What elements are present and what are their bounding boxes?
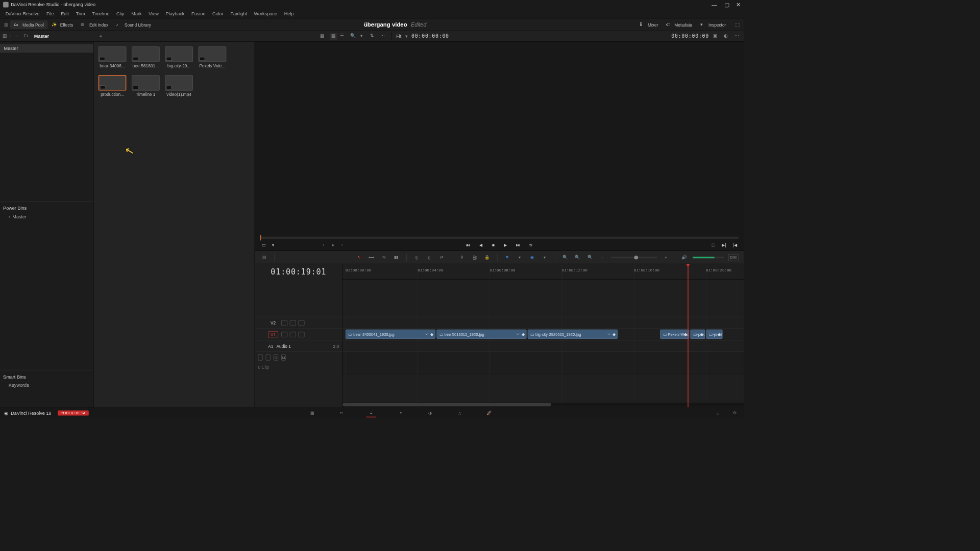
dim-button[interactable]: DIM bbox=[728, 254, 739, 261]
search-dropdown-icon[interactable]: ▾ bbox=[360, 33, 368, 40]
menu-help[interactable]: Help bbox=[281, 11, 297, 17]
menu-file[interactable]: File bbox=[43, 11, 57, 17]
play-button[interactable]: ▶ bbox=[502, 241, 509, 248]
timeline-clip[interactable]: ▭prod...〰◆ bbox=[706, 330, 723, 339]
timeline-ruler[interactable]: 01:00:00:0001:00:04:0001:00:08:0001:00:1… bbox=[342, 264, 744, 280]
viewer-fit-dropdown-icon[interactable]: ▾ bbox=[405, 34, 408, 39]
v1-lock-icon[interactable] bbox=[281, 332, 287, 337]
v2-auto-icon[interactable] bbox=[290, 320, 296, 325]
page-fusion-icon[interactable]: ✦ bbox=[396, 409, 406, 417]
more-icon[interactable]: ⋯ bbox=[380, 33, 387, 40]
page-edit-icon[interactable]: ≡ bbox=[366, 409, 377, 417]
marker-dropdown-icon[interactable]: ▾ bbox=[541, 254, 549, 261]
timeline-scrollbar[interactable] bbox=[342, 403, 744, 407]
stop-button[interactable]: ■ bbox=[489, 241, 497, 248]
menu-view[interactable]: View bbox=[145, 11, 162, 17]
zoom-custom-icon[interactable]: 🔍 bbox=[586, 254, 594, 261]
power-bins-title[interactable]: Power Bins bbox=[3, 204, 90, 213]
menu-davinci[interactable]: DaVinci Resolve bbox=[3, 11, 43, 17]
dynamic-trim-icon[interactable]: ⇆ bbox=[380, 254, 388, 261]
selection-tool-icon[interactable]: ↖ bbox=[355, 254, 363, 261]
a1-solo-button[interactable]: S bbox=[274, 354, 278, 360]
timeline-clip[interactable]: ▭pro...〰◆ bbox=[691, 330, 705, 339]
view-metadata-icon[interactable]: ▦ bbox=[320, 33, 327, 40]
viewer-fit-label[interactable]: Fit bbox=[396, 34, 401, 39]
marker-icon[interactable]: ◉ bbox=[528, 254, 536, 261]
edit-index-button[interactable]: ☰ Edit Index bbox=[77, 20, 112, 29]
smart-bins-keywords[interactable]: Keywords bbox=[3, 381, 90, 390]
page-cut-icon[interactable]: ✂ bbox=[337, 409, 347, 417]
playhead[interactable] bbox=[688, 264, 689, 408]
trim-tool-icon[interactable]: ⟷ bbox=[368, 254, 375, 261]
next-edit-icon[interactable]: › bbox=[338, 241, 346, 248]
overwrite-clip-icon[interactable]: ⎗ bbox=[425, 254, 433, 261]
minimize-button[interactable]: — bbox=[712, 2, 717, 8]
volume-slider[interactable] bbox=[693, 257, 724, 258]
menu-clip[interactable]: Clip bbox=[113, 11, 128, 17]
zoom-in-icon[interactable]: + bbox=[662, 254, 670, 261]
mute-icon[interactable]: 🔊 bbox=[680, 254, 688, 261]
page-deliver-icon[interactable]: 🚀 bbox=[484, 409, 494, 417]
viewer-mode-dropdown-icon[interactable]: ▾ bbox=[270, 241, 277, 248]
view-list-icon[interactable]: ☰ bbox=[340, 33, 347, 40]
menu-fairlight[interactable]: Fairlight bbox=[227, 11, 250, 17]
clip-thumbnail[interactable] bbox=[199, 46, 227, 62]
viewer-mode-icon[interactable]: ▭ bbox=[260, 241, 267, 248]
page-fairlight-icon[interactable]: ♫ bbox=[455, 409, 465, 417]
clip-thumbnail[interactable] bbox=[165, 46, 193, 62]
timeline-clip[interactable]: ▭bee-5618012_1920.jpg〰◆ bbox=[436, 330, 526, 339]
v2-disable-icon[interactable] bbox=[298, 320, 304, 325]
media-pool-button[interactable]: 🗂 Media Pool bbox=[10, 20, 48, 29]
home-icon[interactable]: ⌂ bbox=[713, 409, 723, 417]
clip-thumbnail[interactable] bbox=[99, 75, 127, 90]
timeline-clip[interactable]: ▭bear-3400641_1920.jpg〰◆ bbox=[346, 330, 435, 339]
media-pool-grid[interactable]: bear-34006...bee-561801...big-city-29...… bbox=[94, 42, 255, 407]
replace-clip-icon[interactable]: ⇄ bbox=[438, 254, 446, 261]
flag-icon[interactable]: ⚑ bbox=[504, 254, 511, 261]
track-header-v1[interactable]: V1 bbox=[255, 329, 342, 340]
power-bins-master[interactable]: ›Master bbox=[3, 213, 90, 221]
insert-clip-icon[interactable]: ⎘ bbox=[413, 254, 421, 261]
page-media-icon[interactable]: ▦ bbox=[307, 409, 317, 417]
clip-thumbnail[interactable] bbox=[132, 46, 160, 62]
clip-item[interactable]: bee-561801... bbox=[132, 46, 160, 68]
timeline-timecode[interactable]: 01:00:19:01 bbox=[255, 264, 342, 280]
zoom-slider[interactable] bbox=[611, 257, 657, 258]
viewer[interactable]: ▭ ▾ ‹ ● › ⏮ ◀ ■ ▶ ⏭ ⟲ ⬚ ▶| |◀ bbox=[255, 42, 744, 251]
menu-edit[interactable]: Edit bbox=[58, 11, 72, 17]
viewer-tc-right[interactable]: 00:00:00:00 bbox=[671, 33, 709, 39]
menu-playback[interactable]: Playback bbox=[162, 11, 187, 17]
bin-master[interactable]: Master bbox=[0, 44, 93, 53]
metadata-button[interactable]: 🏷 Metadata bbox=[662, 20, 696, 29]
track-label-a1[interactable]: A1 bbox=[268, 344, 273, 348]
flag-dropdown-icon[interactable]: ▾ bbox=[516, 254, 524, 261]
v1-lane[interactable]: ▭bear-3400641_1920.jpg〰◆▭bee-5618012_192… bbox=[342, 329, 744, 340]
menu-fusion[interactable]: Fusion bbox=[188, 11, 208, 17]
v1-auto-icon[interactable] bbox=[290, 332, 296, 337]
sound-library-button[interactable]: ♪ Sound Library bbox=[112, 20, 155, 29]
timeline-view-options-icon[interactable]: ▤ bbox=[260, 254, 268, 261]
menu-trim[interactable]: Trim bbox=[73, 11, 88, 17]
mixer-button[interactable]: 🎚 Mixer bbox=[635, 20, 662, 29]
match-icon[interactable]: ⬚ bbox=[709, 241, 717, 248]
zoom-detail-icon[interactable]: 🔍 bbox=[561, 254, 569, 261]
blade-tool-icon[interactable]: ▮▮ bbox=[393, 254, 400, 261]
close-button[interactable]: ✕ bbox=[736, 2, 741, 8]
sort-icon[interactable]: ⇅ bbox=[370, 33, 377, 40]
clip-item[interactable]: Pexels Vide... bbox=[199, 46, 227, 68]
clip-item[interactable]: video(1).mp4 bbox=[165, 75, 193, 97]
track-header-v2[interactable]: V2 bbox=[255, 317, 342, 329]
inspector-button[interactable]: ✶ Inspector bbox=[696, 20, 730, 29]
clip-item[interactable]: Timeline 1 bbox=[132, 75, 160, 97]
timeline-tracks[interactable]: 01:00:00:0001:00:04:0001:00:08:0001:00:1… bbox=[342, 264, 744, 408]
clip-thumbnail[interactable] bbox=[132, 75, 160, 90]
track-label-v2[interactable]: V2 bbox=[268, 320, 278, 326]
snap-icon[interactable]: ⚲ bbox=[458, 254, 466, 261]
smart-bins-title[interactable]: Smart Bins bbox=[3, 372, 90, 381]
v1-disable-icon[interactable] bbox=[298, 332, 304, 337]
effects-button[interactable]: ✨ Effects bbox=[47, 20, 77, 29]
full-screen-icon[interactable]: ⛶ bbox=[734, 21, 742, 28]
project-settings-icon[interactable]: ⚙ bbox=[730, 409, 740, 417]
a1-mute-button[interactable]: M bbox=[281, 354, 286, 360]
track-label-v1[interactable]: V1 bbox=[268, 331, 278, 338]
